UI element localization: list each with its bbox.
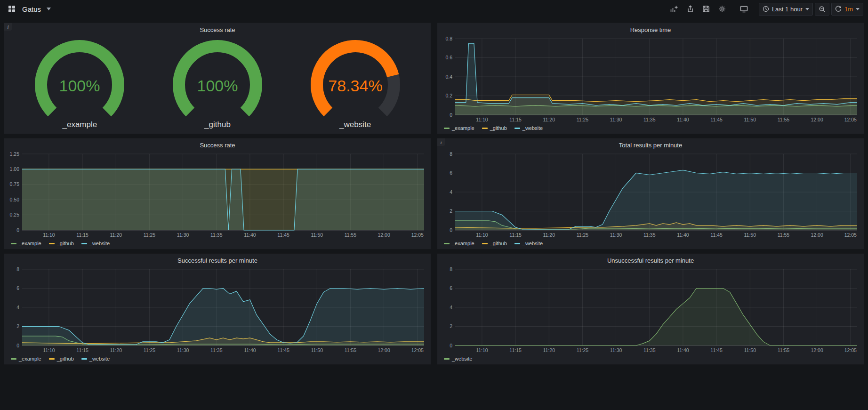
legend-item-example[interactable]: _example bbox=[444, 241, 474, 246]
cycle-view-button[interactable] bbox=[737, 3, 751, 15]
gauge-label: _github bbox=[204, 120, 231, 129]
svg-text:11:20: 11:20 bbox=[543, 347, 555, 353]
legend-series-name: _example bbox=[452, 241, 474, 246]
legend-item-github[interactable]: _github bbox=[482, 125, 507, 131]
svg-text:6: 6 bbox=[16, 285, 19, 291]
zoom-out-icon bbox=[819, 6, 826, 13]
gear-icon bbox=[718, 5, 726, 13]
svg-text:11:30: 11:30 bbox=[177, 232, 189, 238]
svg-text:11:55: 11:55 bbox=[778, 347, 790, 353]
dashboard-picker-button[interactable]: Gatus bbox=[5, 3, 54, 16]
legend-series-mark bbox=[11, 358, 16, 360]
svg-text:11:35: 11:35 bbox=[210, 232, 223, 238]
time-range-label: Last 1 hour bbox=[772, 6, 803, 13]
info-corner-icon[interactable]: i bbox=[437, 138, 445, 146]
svg-text:11:25: 11:25 bbox=[577, 117, 589, 122]
success-rate-chart[interactable]: 11:1011:1511:2011:2511:3011:3511:4011:45… bbox=[4, 150, 431, 240]
svg-text:0.2: 0.2 bbox=[445, 93, 452, 98]
settings-button[interactable] bbox=[715, 3, 729, 15]
legend-series-name: _website bbox=[89, 241, 110, 246]
svg-text:12:00: 12:00 bbox=[378, 347, 390, 353]
monitor-icon bbox=[740, 5, 748, 13]
panel-title[interactable]: Unsuccessful results per minute bbox=[437, 254, 864, 265]
legend-series-mark bbox=[444, 128, 450, 129]
legend-item-website[interactable]: _website bbox=[444, 356, 472, 362]
svg-text:11:25: 11:25 bbox=[577, 232, 589, 238]
svg-text:12:05: 12:05 bbox=[844, 117, 857, 122]
svg-text:11:55: 11:55 bbox=[345, 232, 357, 238]
svg-text:4: 4 bbox=[450, 305, 452, 310]
svg-text:2: 2 bbox=[450, 323, 452, 329]
legend-series-mark bbox=[482, 128, 488, 129]
panel-successful-results: Successful results per minute 11:1011:15… bbox=[4, 253, 431, 365]
svg-text:11:10: 11:10 bbox=[43, 232, 55, 238]
legend-series-name: _github bbox=[490, 125, 507, 131]
svg-text:11:50: 11:50 bbox=[311, 232, 323, 238]
legend-item-website[interactable]: _website bbox=[81, 241, 110, 246]
svg-text:12:00: 12:00 bbox=[811, 117, 823, 122]
svg-text:11:10: 11:10 bbox=[476, 232, 488, 238]
time-range-picker[interactable]: Last 1 hour bbox=[759, 3, 813, 16]
legend-series-name: _example bbox=[19, 356, 41, 362]
svg-text:11:40: 11:40 bbox=[677, 117, 689, 122]
refresh-picker[interactable]: 1m bbox=[831, 3, 863, 16]
legend-item-example[interactable]: _example bbox=[11, 356, 41, 362]
legend-item-github[interactable]: _github bbox=[49, 241, 74, 246]
total-results-chart[interactable]: 11:1011:1511:2011:2511:3011:3511:4011:45… bbox=[437, 150, 864, 240]
panel-title[interactable]: Success rate bbox=[4, 138, 431, 150]
dashboard-grid-icon bbox=[8, 5, 16, 13]
legend-item-github[interactable]: _github bbox=[482, 241, 507, 246]
clock-icon bbox=[763, 6, 769, 12]
svg-text:1.00: 1.00 bbox=[10, 166, 20, 172]
svg-text:11:45: 11:45 bbox=[710, 347, 723, 353]
zoom-out-button[interactable] bbox=[815, 3, 829, 16]
response-time-chart[interactable]: 11:1011:1511:2011:2511:3011:3511:4011:45… bbox=[437, 35, 864, 124]
share-button[interactable] bbox=[683, 3, 697, 15]
panel-title[interactable]: Successful results per minute bbox=[4, 254, 431, 265]
svg-text:11:15: 11:15 bbox=[76, 347, 88, 353]
svg-text:0.75: 0.75 bbox=[10, 181, 20, 187]
legend-item-website[interactable]: _website bbox=[514, 125, 543, 131]
svg-text:8: 8 bbox=[16, 266, 19, 272]
legend-series-mark bbox=[49, 358, 55, 360]
svg-text:11:55: 11:55 bbox=[345, 347, 357, 353]
legend-item-example[interactable]: _example bbox=[444, 125, 474, 131]
successful-results-chart[interactable]: 11:1011:1511:2011:2511:3011:3511:4011:45… bbox=[4, 265, 431, 355]
svg-text:12:05: 12:05 bbox=[411, 232, 424, 238]
legend-series-name: _website bbox=[522, 241, 543, 246]
panel-title[interactable]: Success rate bbox=[4, 23, 431, 35]
caret-down-icon bbox=[856, 8, 860, 10]
legend-item-website[interactable]: _website bbox=[514, 241, 543, 246]
panel-title[interactable]: Total results per minute bbox=[437, 138, 864, 150]
legend-series-mark bbox=[11, 243, 16, 244]
panel-response-time: Response time 11:1011:1511:2011:2511:301… bbox=[437, 23, 864, 134]
legend: _example_github_website bbox=[4, 355, 431, 364]
svg-text:11:10: 11:10 bbox=[476, 117, 488, 122]
legend-series-name: _github bbox=[57, 356, 74, 362]
add-panel-button[interactable] bbox=[667, 3, 681, 16]
share-icon bbox=[686, 5, 694, 13]
svg-text:0: 0 bbox=[450, 227, 452, 233]
legend-series-mark bbox=[514, 128, 520, 129]
svg-text:11:20: 11:20 bbox=[110, 347, 122, 353]
svg-text:78.34%: 78.34% bbox=[328, 77, 382, 95]
legend-item-website[interactable]: _website bbox=[81, 356, 110, 362]
svg-text:12:05: 12:05 bbox=[844, 232, 857, 238]
gauge-label: _example bbox=[62, 120, 97, 129]
save-button[interactable] bbox=[699, 3, 713, 15]
svg-text:0: 0 bbox=[16, 343, 19, 348]
unsuccessful-results-chart[interactable]: 11:1011:1511:2011:2511:3011:3511:4011:45… bbox=[437, 265, 864, 355]
legend-item-example[interactable]: _example bbox=[11, 241, 41, 246]
legend: _example_github_website bbox=[437, 240, 864, 249]
svg-text:2: 2 bbox=[450, 208, 452, 214]
svg-text:11:15: 11:15 bbox=[509, 347, 522, 353]
legend-series-name: _website bbox=[452, 356, 472, 362]
info-corner-icon[interactable]: i bbox=[4, 23, 12, 31]
legend-item-github[interactable]: _github bbox=[49, 356, 74, 362]
navbar: Gatus bbox=[0, 0, 868, 18]
svg-text:11:50: 11:50 bbox=[744, 347, 756, 353]
legend-series-mark bbox=[482, 243, 488, 244]
panel-title[interactable]: Response time bbox=[437, 23, 864, 35]
svg-text:4: 4 bbox=[16, 305, 19, 310]
svg-text:11:45: 11:45 bbox=[710, 117, 723, 122]
